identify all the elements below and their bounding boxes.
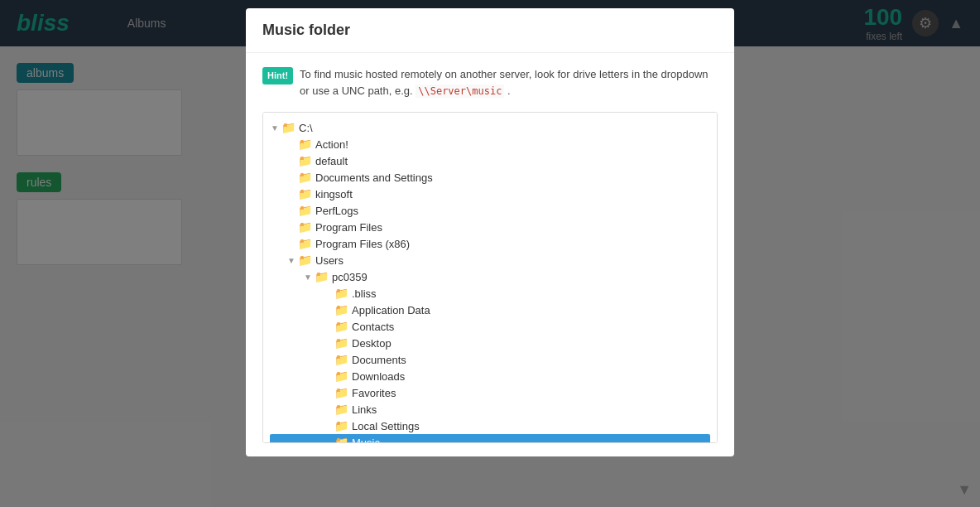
tree-item-kingsoft[interactable]: 📁 kingsoft: [270, 186, 710, 202]
music-folder-modal: Music folder Hint! To find music hosted …: [246, 8, 734, 456]
tree-toggle-root: ▼: [270, 123, 280, 133]
tree-item-users[interactable]: ▼ 📁 Users: [270, 252, 710, 268]
folder-icon-contacts: 📁: [334, 320, 348, 333]
tree-toggle-users: ▼: [286, 256, 296, 265]
folder-icon-kingsoft: 📁: [298, 187, 312, 200]
folder-icon-downloads: 📁: [334, 369, 348, 383]
modal-overlay: Music folder Hint! To find music hosted …: [0, 0, 980, 507]
app-background: bliss Albums 100 fixes left ⚙ ▲ albums r…: [0, 0, 980, 507]
folder-icon-perflogs: 📁: [298, 204, 312, 217]
folder-icon-bliss: 📁: [334, 287, 348, 300]
tree-item-root[interactable]: ▼ 📁 C:\: [270, 119, 710, 136]
file-tree[interactable]: ▼ 📁 C:\ 📁 Action! 📁 default: [262, 112, 718, 443]
tree-label-programfilesx86: Program Files (x86): [315, 238, 410, 250]
tree-toggle-pc0359: ▼: [303, 273, 313, 282]
tree-item-default[interactable]: 📁 default: [270, 152, 710, 169]
tree-label-contacts: Contacts: [352, 321, 394, 333]
hint-badge: Hint!: [262, 67, 293, 84]
modal-body: Hint! To find music hosted remotely on a…: [246, 53, 734, 456]
tree-label-appdata: Application Data: [352, 304, 430, 316]
tree-item-music[interactable]: 📁 Music: [270, 434, 710, 443]
tree-label-default: default: [315, 155, 348, 167]
tree-label-perflogs: PerfLogs: [315, 205, 358, 217]
tree-item-downloads[interactable]: 📁 Downloads: [270, 368, 710, 384]
tree-label-downloads: Downloads: [352, 370, 405, 383]
modal-header: Music folder: [246, 8, 734, 53]
tree-item-documents-settings[interactable]: 📁 Documents and Settings: [270, 169, 710, 186]
folder-icon-programfiles: 📁: [298, 220, 312, 234]
folder-icon-default: 📁: [298, 154, 312, 167]
tree-item-program-files-x86[interactable]: 📁 Program Files (x86): [270, 235, 710, 252]
folder-icon-links: 📁: [334, 403, 348, 416]
folder-icon-desktop: 📁: [334, 336, 348, 350]
tree-label-pc0359: pc0359: [332, 271, 368, 283]
tree-item-action[interactable]: 📁 Action!: [270, 136, 710, 152]
tree-item-contacts[interactable]: 📁 Contacts: [270, 318, 710, 335]
folder-icon-users: 📁: [298, 254, 312, 267]
tree-label-music: Music: [352, 437, 380, 444]
tree-item-links[interactable]: 📁 Links: [270, 401, 710, 418]
folder-icon-pc0359: 📁: [315, 270, 329, 283]
tree-label-links: Links: [352, 403, 377, 416]
hint-box: Hint! To find music hosted remotely on a…: [262, 66, 718, 99]
folder-icon-action: 📁: [298, 138, 312, 151]
tree-label-kingsoft: kingsoft: [315, 188, 353, 200]
tree-label-bliss: .bliss: [352, 287, 377, 300]
tree-label-desktop: Desktop: [352, 337, 392, 350]
folder-icon-local-settings: 📁: [334, 419, 348, 432]
folder-icon-music: 📁: [334, 436, 348, 443]
tree-item-documents[interactable]: 📁 Documents: [270, 351, 710, 368]
tree-label-action: Action!: [315, 138, 348, 151]
tree-item-local-settings[interactable]: 📁 Local Settings: [270, 418, 710, 434]
tree-item-perflogs[interactable]: 📁 PerfLogs: [270, 202, 710, 219]
tree-item-bliss[interactable]: 📁 .bliss: [270, 285, 710, 302]
folder-icon-appdata: 📁: [334, 303, 348, 316]
folder-icon-favorites: 📁: [334, 386, 348, 399]
tree-label-favorites: Favorites: [352, 387, 396, 399]
tree-label-root: C:\: [299, 122, 313, 134]
tree-item-pc0359[interactable]: ▼ 📁 pc0359: [270, 268, 710, 285]
tree-label-programfiles: Program Files: [315, 221, 382, 234]
folder-icon-programfilesx86: 📁: [298, 237, 312, 250]
tree-item-favorites[interactable]: 📁 Favorites: [270, 384, 710, 401]
tree-label-local-settings: Local Settings: [352, 420, 420, 432]
modal-title: Music folder: [262, 22, 718, 39]
tree-label-users: Users: [315, 254, 343, 267]
tree-label-documents: Documents: [352, 354, 406, 366]
tree-item-program-files[interactable]: 📁 Program Files: [270, 219, 710, 235]
tree-label-docs: Documents and Settings: [315, 171, 433, 184]
tree-item-appdata[interactable]: 📁 Application Data: [270, 302, 710, 318]
hint-text: To find music hosted remotely on another…: [300, 66, 718, 99]
folder-icon-docs: 📁: [298, 171, 312, 184]
hint-suffix: .: [504, 84, 510, 97]
folder-icon-root: 📁: [281, 121, 295, 134]
folder-icon-documents: 📁: [334, 353, 348, 366]
tree-item-desktop[interactable]: 📁 Desktop: [270, 335, 710, 351]
hint-code: \\Server\music: [416, 84, 504, 98]
